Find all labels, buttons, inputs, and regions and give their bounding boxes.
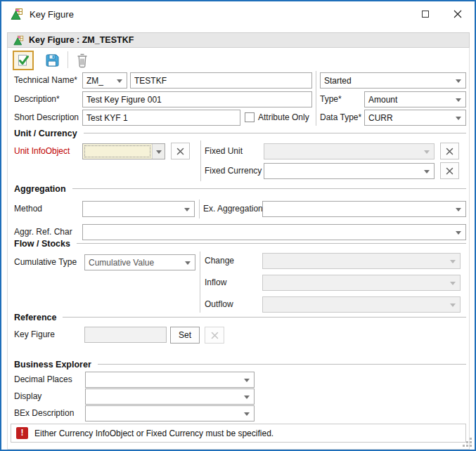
unit-infoobject-combo[interactable] xyxy=(82,143,165,159)
reference-section-header: Reference xyxy=(14,312,466,322)
attribute-only-label: Attribute Only xyxy=(258,110,309,126)
short-description-label: Short Description xyxy=(14,110,79,126)
ex-aggregation-combo[interactable] xyxy=(262,201,466,217)
description-label: Description* xyxy=(14,91,60,107)
column-separator xyxy=(199,200,200,218)
unit-currency-section-header: Unit / Currency xyxy=(14,128,466,138)
column-separator xyxy=(200,140,201,181)
key-figure-window: Key Figure Key Figure : ZM_TESTKF xyxy=(0,0,476,451)
maximize-icon xyxy=(422,11,429,18)
resize-grip[interactable] xyxy=(463,438,472,447)
method-label: Method xyxy=(14,201,42,217)
chevron-down-icon xyxy=(450,282,456,288)
business-explorer-section-header: Business Explorer xyxy=(14,359,466,370)
outflow-label: Outflow xyxy=(205,296,233,313)
bex-description-combo[interactable] xyxy=(85,405,255,421)
ex-aggregation-label: Ex. Aggregation xyxy=(203,201,263,217)
change-combo xyxy=(262,253,461,269)
chevron-down-icon xyxy=(424,170,430,176)
attribute-only-checkbox[interactable] xyxy=(245,112,255,122)
flow-stocks-section-header: Flow / Stocks xyxy=(14,238,466,249)
toolbar-separator xyxy=(67,51,68,68)
validation-message-bar: ! Either Currency InfoObject or Fixed Cu… xyxy=(11,424,466,443)
fixed-unit-combo xyxy=(264,143,435,159)
decimal-places-label: Decimal Places xyxy=(14,372,72,388)
chevron-down-icon xyxy=(244,379,250,385)
chevron-down-icon xyxy=(456,231,461,237)
technical-name-input[interactable] xyxy=(130,72,312,89)
editor-title: Key Figure : ZM_TESTKF xyxy=(29,33,134,47)
chevron-down-icon xyxy=(156,150,162,157)
chevron-down-icon xyxy=(185,261,191,268)
display-label: Display xyxy=(14,388,41,405)
chevron-down-icon xyxy=(424,150,430,157)
save-button[interactable] xyxy=(44,52,60,69)
close-icon xyxy=(454,10,462,18)
activate-button[interactable] xyxy=(13,51,34,70)
error-message: Either Currency InfoObject or Fixed Curr… xyxy=(34,429,274,438)
clear-unit-infoobject-button[interactable] xyxy=(171,143,190,159)
cumulative-type-combo[interactable]: Cumulative Value xyxy=(84,254,195,270)
key-figure-icon xyxy=(13,35,24,46)
aggregation-section-header: Aggregation xyxy=(14,183,466,194)
trash-icon xyxy=(75,52,89,69)
decimal-places-combo[interactable] xyxy=(85,372,255,388)
change-label: Change xyxy=(205,253,234,269)
bex-description-label: BEx Description xyxy=(14,405,74,421)
chevron-down-icon xyxy=(456,79,461,86)
delete-button[interactable] xyxy=(74,51,91,70)
chevron-down-icon xyxy=(456,98,461,105)
clear-icon xyxy=(446,148,454,155)
clear-reference-button xyxy=(205,327,224,344)
reference-key-figure-label: Key Figure xyxy=(14,327,55,343)
technical-name-label: Technical Name* xyxy=(14,72,77,89)
column-separator xyxy=(200,251,200,313)
chevron-down-icon xyxy=(184,208,190,214)
clear-icon xyxy=(211,332,219,339)
inflow-label: Inflow xyxy=(205,275,226,291)
technical-name-prefix-combo[interactable]: ZM_ xyxy=(82,72,127,89)
outflow-combo xyxy=(262,296,461,313)
clear-fixed-currency-button[interactable] xyxy=(440,162,459,179)
data-type-label: Data Type* xyxy=(320,110,361,126)
short-description-input[interactable] xyxy=(82,110,240,126)
unit-infoobject-label: Unit InfoObject xyxy=(14,143,70,159)
fixed-currency-combo[interactable] xyxy=(264,163,435,179)
close-button[interactable] xyxy=(447,5,468,23)
data-type-combo[interactable]: CURR xyxy=(364,110,466,126)
inflow-combo xyxy=(262,275,461,291)
type-label: Type* xyxy=(320,91,342,107)
save-icon xyxy=(44,53,60,68)
type-combo[interactable]: Amount xyxy=(364,91,466,107)
error-icon: ! xyxy=(16,427,28,439)
chevron-down-icon xyxy=(244,412,250,419)
key-figure-app-icon xyxy=(11,8,23,20)
set-button[interactable]: Set xyxy=(170,327,200,344)
chevron-down-icon xyxy=(456,208,461,214)
display-combo[interactable] xyxy=(85,388,255,405)
reference-key-figure-input xyxy=(84,327,167,343)
chevron-down-icon xyxy=(117,79,122,86)
activate-icon xyxy=(17,54,30,67)
chevron-down-icon xyxy=(244,396,250,402)
window-title: Key Figure xyxy=(30,1,74,28)
title-bar: Key Figure xyxy=(1,1,475,28)
description-input[interactable] xyxy=(82,91,312,107)
method-combo[interactable] xyxy=(82,201,195,217)
chevron-down-icon xyxy=(450,303,456,310)
fixed-currency-label: Fixed Currency xyxy=(205,163,262,179)
cumulative-type-label: Cumulative Type xyxy=(14,254,77,270)
clear-icon xyxy=(176,148,184,155)
chevron-down-icon xyxy=(450,260,456,266)
column-separator xyxy=(316,71,316,126)
chevron-down-icon xyxy=(456,117,461,123)
editor-header-bar: Key Figure : ZM_TESTKF xyxy=(7,32,470,48)
clear-fixed-unit-button[interactable] xyxy=(440,143,459,159)
maximize-button[interactable] xyxy=(416,5,435,23)
status-combo[interactable]: Started xyxy=(320,72,466,89)
clear-icon xyxy=(446,167,454,175)
fixed-unit-label: Fixed Unit xyxy=(205,143,243,159)
